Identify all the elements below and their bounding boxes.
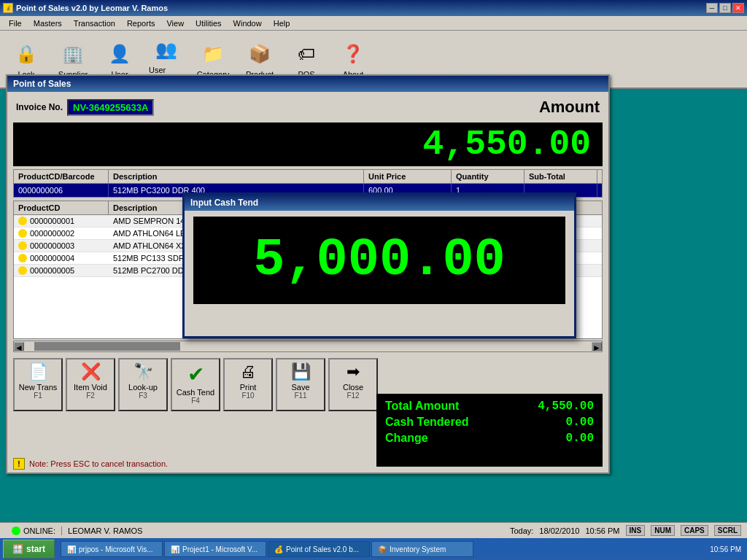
menu-view[interactable]: View [160, 18, 190, 29]
window-controls: ─ □ ✕ [706, 3, 744, 13]
online-indicator [12, 526, 20, 535]
maximize-button[interactable]: □ [719, 3, 731, 13]
status-bar: ONLINE: LEOMAR V. RAMOS Today: 18/02/201… [0, 522, 747, 538]
taskbar-icon-2: 📊 [171, 545, 179, 553]
taskbar-right: 10:56 PM [704, 545, 747, 553]
modal-overlay: Input Cash Tend 5,000.00 [7, 76, 608, 472]
taskbar-item-2[interactable]: 📊 Project1 - Microsoft V... [164, 541, 266, 557]
title-bar-left: 💰 Point of Sales v2.0 by Leomar V. Ramos [3, 3, 168, 13]
title-bar: 💰 Point of Sales v2.0 by Leomar V. Ramos… [0, 0, 747, 16]
about-icon: ❓ [338, 39, 368, 69]
ins-indicator: INS [626, 525, 646, 536]
taskbar-item-3[interactable]: 💰 Point of Sales v2.0 b... [268, 541, 370, 557]
modal-amount: 5,000.00 [253, 230, 506, 290]
taskbar: 🪟 start 📊 prjpos - Microsoft Vis... 📊 Pr… [0, 538, 747, 560]
menu-file[interactable]: File [3, 18, 28, 29]
modal-title-bar: Input Cash Tend [185, 195, 574, 211]
taskbar-icon-4: 📦 [378, 545, 387, 553]
status-time: 10:56 PM [585, 526, 619, 535]
online-label: ONLINE: [23, 526, 55, 535]
taskbar-label-4: Inventory System [390, 545, 446, 553]
menu-bar: File Masters Transaction Reports View Ut… [0, 16, 747, 31]
taskbar-item-1[interactable]: 📊 prjpos - Microsoft Vis... [61, 541, 163, 557]
taskbar-label-1: prjpos - Microsoft Vis... [79, 545, 153, 553]
scrl-indicator: SCRL [714, 525, 741, 536]
pos-icon: 🏷 [292, 39, 321, 69]
taskbar-item-4[interactable]: 📦 Inventory System [371, 541, 473, 557]
caps-indicator: CAPS [681, 525, 708, 536]
close-button[interactable]: ✕ [732, 3, 744, 13]
today-label: Today: [510, 526, 533, 535]
menu-help[interactable]: Help [268, 18, 296, 29]
user-type-icon: 👥 [152, 35, 181, 64]
supplier-icon: 🏢 [58, 39, 88, 69]
taskbar-icon-1: 📊 [67, 545, 76, 553]
status-user: LEOMAR V. RAMOS [68, 526, 142, 535]
taskbar-label-2: Project1 - Microsoft V... [182, 545, 258, 553]
menu-window[interactable]: Window [228, 18, 268, 29]
taskbar-items: 📊 prjpos - Microsoft Vis... 📊 Project1 -… [58, 541, 704, 557]
product-icon: 📦 [245, 39, 274, 69]
lock-icon: 🔒 [12, 39, 41, 69]
start-label: start [26, 544, 45, 554]
app-icon: 💰 [3, 3, 13, 13]
minimize-button[interactable]: ─ [706, 3, 718, 13]
modal-display: 5,000.00 [193, 217, 565, 304]
category-icon: 📁 [198, 39, 228, 69]
start-button[interactable]: 🪟 start [3, 540, 55, 559]
online-status: ONLINE: [6, 526, 62, 535]
menu-masters[interactable]: Masters [28, 18, 68, 29]
menu-reports[interactable]: Reports [121, 18, 161, 29]
modal-title: Input Cash Tend [190, 198, 258, 208]
user-icon: 👤 [105, 39, 134, 69]
status-date: 18/02/2010 [539, 526, 579, 535]
taskbar-label-3: Point of Sales v2.0 b... [286, 545, 359, 553]
title-bar-text: Point of Sales v2.0 by Leomar V. Ramos [16, 4, 168, 12]
num-indicator: NUM [651, 525, 675, 536]
menu-utilities[interactable]: Utilities [190, 18, 227, 29]
taskbar-time: 10:56 PM [710, 545, 741, 553]
start-icon: 🪟 [12, 544, 23, 554]
taskbar-icon-3: 💰 [274, 545, 283, 553]
main-window: Point of Sales Invoice No. NV-3649255633… [6, 74, 610, 474]
modal-dialog: Input Cash Tend 5,000.00 [182, 192, 576, 338]
menu-transaction[interactable]: Transaction [68, 18, 121, 29]
